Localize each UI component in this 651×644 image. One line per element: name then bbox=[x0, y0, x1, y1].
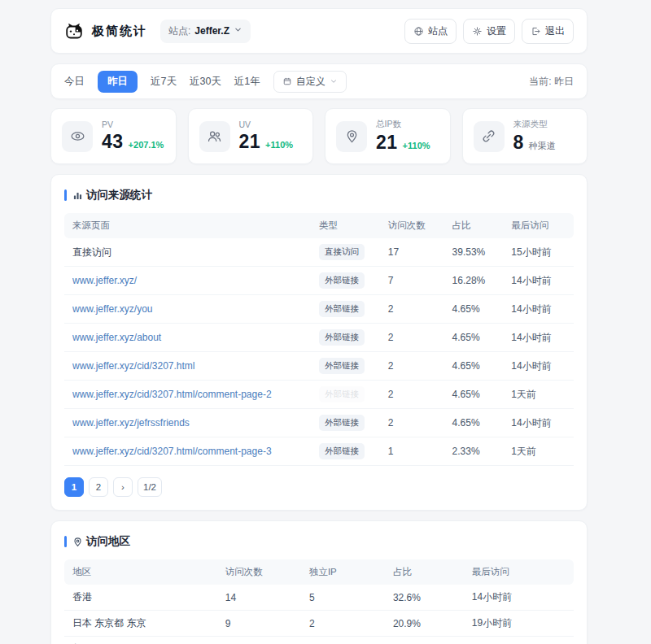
stat-suffix: 种渠道 bbox=[529, 140, 556, 152]
last-visit: 14小时前 bbox=[511, 359, 566, 373]
percentage: 4.65% bbox=[452, 389, 512, 400]
last-visit: 14小时前 bbox=[472, 590, 566, 604]
type-badge: 外部链接 bbox=[319, 358, 365, 374]
sources-table-header: 来源页面 类型 访问次数 占比 最后访问 bbox=[64, 213, 574, 238]
table-row: www.jeffer.xyz/jefrssfriends 外部链接 2 4.65… bbox=[64, 409, 574, 437]
sources-section-title: 访问来源统计 bbox=[64, 188, 574, 202]
source-page-link[interactable]: www.jeffer.xyz/ bbox=[72, 275, 319, 286]
region-name: 香港 bbox=[72, 590, 225, 604]
stat-card-uv: UV 21 +110% bbox=[188, 108, 314, 164]
stat-label: PV bbox=[102, 120, 164, 129]
page-button-2[interactable]: 2 bbox=[89, 477, 108, 497]
current-range-label: 当前: 昨日 bbox=[529, 75, 574, 89]
percentage: 2.33% bbox=[452, 446, 512, 457]
app-logo-icon bbox=[64, 21, 84, 41]
location-pin-icon bbox=[336, 121, 367, 152]
type-badge: 外部链接 bbox=[319, 443, 365, 459]
regions-table-header: 地区 访问次数 独立IP 占比 最后访问 bbox=[64, 559, 574, 585]
type-badge: 直接访问 bbox=[319, 244, 365, 260]
table-row: www.jeffer.xyz/about 外部链接 2 4.65% 14小时前 bbox=[64, 324, 574, 352]
percentage: 4.65% bbox=[452, 332, 512, 343]
logout-button[interactable]: 退出 bbox=[522, 19, 574, 44]
type-badge: 外部链接 bbox=[319, 329, 365, 346]
app-header: 极简统计 站点: Jeffer.Z 站点 设置 退出 bbox=[50, 8, 588, 54]
page-content: 极简统计 站点: Jeffer.Z 站点 设置 退出 今日 昨日 bbox=[50, 0, 588, 644]
table-row: www.jeffer.xyz/cid/3207.html/comment-pag… bbox=[64, 437, 574, 466]
source-page-link[interactable]: www.jeffer.xyz/jefrssfriends bbox=[72, 417, 319, 429]
percentage: 4.65% bbox=[452, 417, 512, 429]
regions-section: 访问地区 地区 访问次数 独立IP 占比 最后访问 香港 14 5 32.6% … bbox=[50, 520, 588, 644]
tab-last1year[interactable]: 近1年 bbox=[234, 75, 260, 89]
visit-count: 9 bbox=[225, 618, 309, 629]
custom-range-button[interactable]: 自定义 bbox=[273, 71, 347, 93]
source-page-link[interactable]: www.jeffer.xyz/about bbox=[72, 332, 319, 343]
last-visit: 14小时前 bbox=[511, 331, 566, 345]
last-visit: 14小时前 bbox=[511, 274, 566, 288]
unique-ip: 5 bbox=[309, 592, 393, 603]
percentage: 4.65% bbox=[452, 303, 512, 315]
table-row: www.jeffer.xyz/you 外部链接 2 4.65% 14小时前 bbox=[64, 295, 574, 324]
table-row: www.jeffer.xyz/ 外部链接 7 16.28% 14小时前 bbox=[64, 267, 574, 295]
visit-count: 17 bbox=[388, 246, 452, 258]
logout-icon bbox=[531, 26, 541, 37]
table-row: www.jeffer.xyz/cid/3207.html 外部链接 2 4.65… bbox=[64, 352, 574, 381]
settings-button[interactable]: 设置 bbox=[463, 19, 515, 44]
site-selector-value: Jeffer.Z bbox=[194, 25, 229, 37]
sources-section: 访问来源统计 来源页面 类型 访问次数 占比 最后访问 直接访问 直接访问 17… bbox=[50, 174, 588, 511]
chevron-down-icon bbox=[330, 77, 338, 85]
pagination: 1 2 › 1/2 bbox=[64, 477, 574, 497]
visit-count: 2 bbox=[388, 303, 452, 315]
visit-count: 2 bbox=[388, 332, 452, 343]
title-accent-bar bbox=[64, 189, 67, 201]
percentage: 39.53% bbox=[452, 246, 512, 258]
location-pin-icon bbox=[72, 537, 83, 547]
stat-card-ip: 总IP数 21 +110% bbox=[325, 108, 451, 164]
source-page-link[interactable]: www.jeffer.xyz/cid/3207.html bbox=[72, 360, 319, 372]
stat-card-pv: PV 43 +207.1% bbox=[50, 108, 177, 164]
type-badge: 外部链接 bbox=[319, 415, 365, 431]
header-actions: 站点 设置 退出 bbox=[404, 19, 574, 44]
tab-last7days[interactable]: 近7天 bbox=[151, 75, 177, 89]
stat-value: 21 bbox=[239, 131, 261, 153]
page-button-1[interactable]: 1 bbox=[64, 477, 84, 497]
app-title: 极简统计 bbox=[92, 24, 147, 39]
percentage: 16.28% bbox=[452, 275, 512, 286]
sites-button[interactable]: 站点 bbox=[404, 19, 457, 44]
stat-label: 来源类型 bbox=[513, 119, 556, 130]
date-filter-bar: 今日 昨日 近7天 近30天 近1年 自定义 当前: 昨日 bbox=[50, 63, 588, 99]
table-row: www.jeffer.xyz/cid/3207.html/comment-pag… bbox=[64, 381, 574, 409]
stat-delta: +110% bbox=[265, 140, 293, 150]
visit-count: 14 bbox=[225, 592, 309, 603]
source-page-link[interactable]: www.jeffer.xyz/cid/3207.html/comment-pag… bbox=[72, 389, 319, 400]
type-badge: 外部链接 bbox=[319, 301, 365, 317]
percentage: 32.6% bbox=[393, 592, 472, 603]
bar-chart-icon bbox=[72, 190, 83, 201]
chevron-down-icon bbox=[234, 25, 242, 37]
next-page-button[interactable]: › bbox=[113, 477, 133, 497]
last-visit: 14小时前 bbox=[511, 416, 566, 430]
stat-value: 43 bbox=[102, 131, 124, 153]
type-badge: 外部链接 bbox=[319, 386, 365, 402]
percentage: 20.9% bbox=[393, 618, 472, 629]
tab-today[interactable]: 今日 bbox=[64, 75, 85, 89]
table-row: 直接访问 直接访问 17 39.53% 15小时前 bbox=[64, 238, 574, 267]
stat-label: UV bbox=[239, 120, 294, 129]
site-selector[interactable]: 站点: Jeffer.Z bbox=[160, 20, 251, 43]
stat-value: 8 bbox=[513, 132, 524, 154]
source-page: 直接访问 bbox=[72, 246, 319, 259]
stat-delta: +207.1% bbox=[129, 140, 164, 150]
stat-delta: +110% bbox=[403, 141, 430, 150]
calendar-icon bbox=[282, 76, 292, 86]
last-visit: 19小时前 bbox=[472, 616, 566, 630]
page-indicator: 1/2 bbox=[138, 477, 162, 497]
last-visit: 1天前 bbox=[511, 388, 566, 402]
visit-count: 2 bbox=[388, 389, 452, 400]
regions-section-title: 访问地区 bbox=[64, 534, 574, 549]
visit-count: 2 bbox=[388, 360, 452, 372]
last-visit: 1天前 bbox=[511, 445, 566, 459]
stats-row: PV 43 +207.1% UV 21 +110% bbox=[50, 108, 588, 164]
source-page-link[interactable]: www.jeffer.xyz/cid/3207.html/comment-pag… bbox=[72, 446, 319, 457]
tab-yesterday[interactable]: 昨日 bbox=[98, 71, 138, 93]
source-page-link[interactable]: www.jeffer.xyz/you bbox=[72, 303, 319, 315]
tab-last30days[interactable]: 近30天 bbox=[190, 75, 221, 89]
